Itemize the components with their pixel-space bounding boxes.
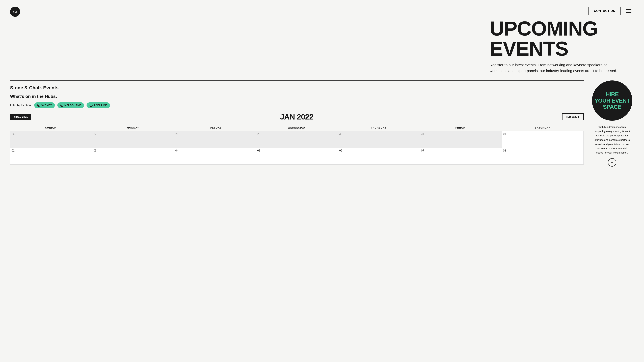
hire-event-space-circle[interactable]: HIREYOUR EVENTSPACE [592, 80, 632, 121]
calendar-cell[interactable]: 07 [420, 148, 502, 165]
day-number: 26 [12, 133, 14, 135]
sydney-label: SYDNEY [41, 104, 52, 107]
calendar-header: SUNDAY MONDAY TUESDAY WEDNESDAY THURSDAY… [10, 125, 584, 131]
calendar-nav: ◀ DEC 2021 JAN 2022 FEB 2022 ▶ [10, 112, 584, 121]
melbourne-label: MELBOURNE [64, 104, 81, 107]
day-number: 03 [94, 149, 96, 152]
hamburger-line-3 [626, 12, 632, 13]
day-number: 02 [12, 149, 14, 152]
day-monday: MONDAY [92, 125, 174, 131]
filter-adelaide[interactable]: ✓ ADELAIDE [86, 102, 110, 108]
header-right: CONTACT US [588, 5, 634, 15]
main-layout: Stone & Chalk Events What's on in the Hu… [0, 80, 644, 167]
calendar-cell[interactable]: 28 [174, 131, 256, 148]
day-number: 07 [421, 149, 424, 152]
table-row: 02030405060708 [10, 148, 584, 165]
day-number: 06 [339, 149, 342, 152]
hero-section: UPCOMING EVENTS Register to our latest e… [0, 18, 644, 80]
day-number: 31 [421, 133, 424, 135]
day-thursday: THURSDAY [338, 125, 420, 131]
svg-text:S&C: S&C [13, 11, 17, 13]
hire-circle-text: HIREYOUR EVENTSPACE [594, 91, 630, 110]
adelaide-check-icon: ✓ [90, 104, 92, 107]
calendar-cell[interactable]: 30 [338, 131, 420, 148]
calendar-cell[interactable]: 31 [420, 131, 502, 148]
melbourne-check-icon: ✓ [60, 104, 64, 107]
calendar-days-row: SUNDAY MONDAY TUESDAY WEDNESDAY THURSDAY… [10, 125, 584, 131]
calendar-cell[interactable]: 29 [256, 131, 338, 148]
hamburger-line-1 [626, 9, 632, 10]
filter-row: Filter by location: ✓ SYDNEY ✓ MELBOURNE… [10, 102, 584, 108]
hero-title: UPCOMING EVENTS [490, 18, 634, 59]
day-number: 01 [503, 133, 506, 135]
hamburger-menu-button[interactable] [624, 7, 634, 15]
hero-title-line1: UPCOMING [490, 17, 598, 40]
day-number: 08 [503, 149, 506, 152]
day-saturday: SATURDAY [502, 125, 584, 131]
day-number: 29 [257, 133, 260, 135]
separator-top [10, 80, 584, 81]
day-number: 30 [339, 133, 342, 135]
day-tuesday: TUESDAY [174, 125, 256, 131]
calendar-section: Stone & Chalk Events What's on in the Hu… [10, 80, 584, 165]
prev-month-button[interactable]: ◀ DEC 2021 [10, 114, 31, 120]
calendar-cell[interactable]: 08 [502, 148, 584, 165]
calendar-cell[interactable]: 03 [92, 148, 174, 165]
logo-area: S&C [10, 5, 30, 18]
adelaide-label: ADELAIDE [94, 104, 107, 107]
hero-title-line2: EVENTS [490, 37, 568, 60]
contact-us-button[interactable]: CONTACT US [588, 7, 620, 15]
filter-sydney[interactable]: ✓ SYDNEY [34, 102, 55, 108]
filter-label: Filter by location: [10, 104, 32, 107]
hamburger-line-2 [626, 11, 632, 11]
day-number: 04 [176, 149, 178, 152]
calendar-cell[interactable]: 27 [92, 131, 174, 148]
calendar-cell[interactable]: 04 [174, 148, 256, 165]
calendar-cell[interactable]: 02 [10, 148, 92, 165]
hire-description: With hundreds of events happening every … [594, 125, 630, 155]
header: S&C CONTACT US [0, 0, 644, 18]
day-number: 27 [94, 133, 96, 135]
calendar-cell[interactable]: 01 [502, 131, 584, 148]
current-month-label: JAN 2022 [280, 112, 313, 121]
calendar-cell[interactable]: 06 [338, 148, 420, 165]
day-wednesday: WEDNESDAY [256, 125, 338, 131]
hero-content: UPCOMING EVENTS Register to our latest e… [483, 18, 634, 74]
sidebar: HIREYOUR EVENTSPACE With hundreds of eve… [590, 80, 634, 167]
hero-subtitle: Register to our latest events! From netw… [490, 62, 617, 74]
next-month-button[interactable]: FEB 2022 ▶ [562, 113, 584, 120]
day-sunday: SUNDAY [10, 125, 92, 131]
calendar-cell[interactable]: 26 [10, 131, 92, 148]
hubs-subtitle: What's on in the Hubs: [10, 94, 584, 99]
calendar-cell[interactable]: 05 [256, 148, 338, 165]
sydney-check-icon: ✓ [37, 104, 40, 107]
day-number: 05 [257, 149, 260, 152]
day-number: 28 [176, 133, 178, 135]
events-section-title: Stone & Chalk Events [10, 85, 584, 90]
table-row: 26272829303101 [10, 131, 584, 148]
calendar-table: SUNDAY MONDAY TUESDAY WEDNESDAY THURSDAY… [10, 125, 584, 165]
day-friday: FRIDAY [420, 125, 502, 131]
arrow-icon: → [610, 160, 614, 164]
filter-melbourne[interactable]: ✓ MELBOURNE [57, 102, 84, 108]
hire-arrow-button[interactable]: → [608, 158, 616, 167]
calendar-body: 2627282930310102030405060708 [10, 131, 584, 165]
logo: S&C [10, 7, 20, 17]
